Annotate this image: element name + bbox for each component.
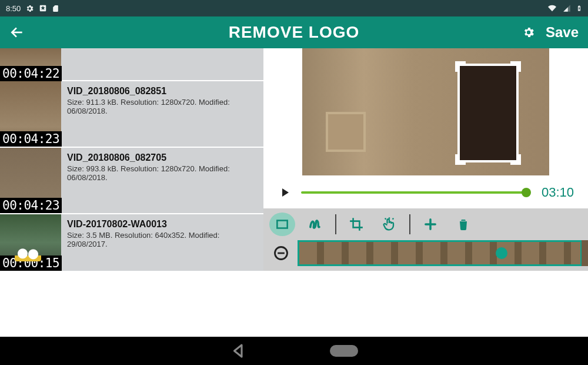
blank-area: [0, 271, 588, 336]
list-item[interactable]: 00:04:23 VID_20180806_082851 Size: 911.3…: [0, 81, 263, 148]
item-meta: Size: 993.8 kB. Resolution: 1280x720. Mo…: [67, 164, 258, 182]
add-button[interactable]: [417, 213, 443, 236]
tool-strip: [263, 208, 588, 271]
video-preview[interactable]: [302, 48, 549, 175]
signal-icon: [562, 4, 572, 12]
seek-thumb[interactable]: [522, 188, 531, 197]
item-meta: Size: 3.5 MB. Resolution: 640x352. Modif…: [67, 231, 258, 248]
settings-icon[interactable]: [522, 26, 535, 39]
duration-badge: 00:00:15: [0, 256, 62, 271]
crop-tool[interactable]: [343, 213, 369, 236]
main-content: 00:04:22 00:04:23 VID_20180806_082851 Si…: [0, 48, 588, 271]
timeline-scrubber[interactable]: [496, 247, 507, 259]
time-label: 03:10: [536, 185, 574, 200]
status-time: 8:50: [6, 4, 21, 13]
play-icon[interactable]: [278, 185, 292, 200]
duration-badge: 00:04:23: [0, 131, 62, 147]
item-title: VID_20180806_082705: [67, 152, 258, 163]
app-bar: REMOVE LOGO Save: [0, 16, 588, 48]
thumbnail: 00:04:23: [0, 81, 61, 147]
separator: [409, 214, 410, 234]
delete-button[interactable]: [450, 213, 476, 236]
list-item[interactable]: 00:04:23 VID_20180806_082705 Size: 993.8…: [0, 148, 263, 214]
duration-badge: 00:04:23: [0, 198, 62, 213]
item-title: VID_20180806_082851: [67, 86, 258, 97]
editor-panel: 03:10: [263, 48, 588, 271]
preview-area: [263, 48, 588, 178]
touch-tool[interactable]: [376, 213, 402, 236]
remove-icon[interactable]: [273, 245, 289, 261]
video-list[interactable]: 00:04:22 00:04:23 VID_20180806_082851 Si…: [0, 48, 263, 271]
badge-icon: [39, 4, 47, 12]
android-status-bar: 8:50: [0, 0, 588, 16]
freehand-tool[interactable]: [302, 213, 328, 236]
rectangle-tool[interactable]: [269, 213, 295, 236]
sd-card-icon: [52, 4, 59, 13]
seek-bar[interactable]: [301, 191, 527, 194]
gear-icon: [25, 4, 34, 13]
timeline-overflow: [582, 240, 588, 266]
svg-rect-1: [277, 221, 287, 228]
nav-home-pill[interactable]: [330, 345, 358, 357]
thumbnail: 00:04:23: [0, 148, 61, 213]
page-title: REMOVE LOGO: [229, 23, 360, 42]
thumbnail: 00:00:15: [0, 214, 61, 271]
save-button[interactable]: Save: [546, 24, 579, 41]
selection-box[interactable]: [457, 64, 519, 162]
thumbnail: 00:04:22: [0, 48, 61, 81]
battery-icon: [576, 4, 582, 13]
duration-badge: 00:04:22: [0, 66, 62, 81]
timeline[interactable]: [298, 240, 582, 266]
back-icon[interactable]: [9, 25, 25, 40]
item-meta: Size: 911.3 kB. Resolution: 1280x720. Mo…: [67, 98, 258, 115]
list-item[interactable]: 00:04:22: [0, 48, 263, 81]
wifi-icon: [547, 4, 557, 12]
item-title: VID-20170802-WA0013: [67, 219, 258, 230]
nav-back-icon[interactable]: [230, 342, 248, 360]
list-item[interactable]: 00:00:15 VID-20170802-WA0013 Size: 3.5 M…: [0, 214, 263, 271]
playback-controls: 03:10: [263, 178, 588, 208]
separator: [335, 214, 336, 234]
android-nav-bar: [0, 337, 588, 365]
